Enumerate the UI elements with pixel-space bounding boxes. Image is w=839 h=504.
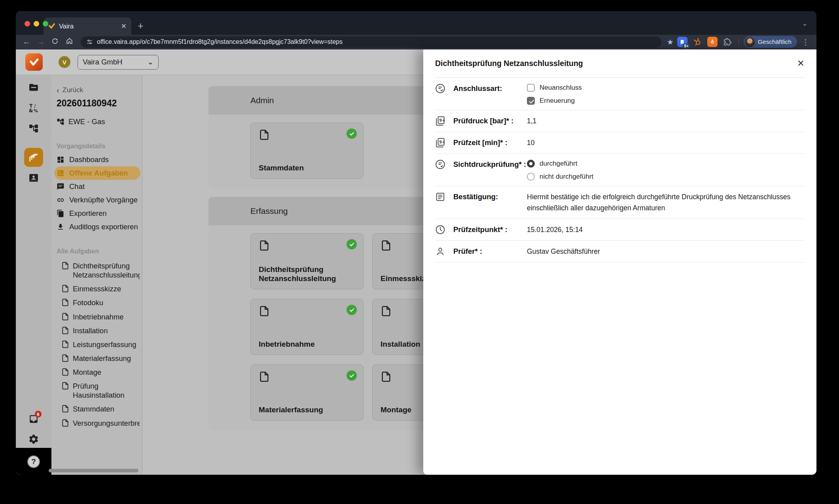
dashboard-icon: [57, 156, 64, 164]
org-avatar[interactable]: V: [59, 56, 70, 68]
document-icon: [259, 129, 270, 140]
document-icon: [381, 371, 392, 382]
chevron-left-icon: ‹: [57, 85, 59, 95]
sidebar-task-item[interactable]: Dichtheitsprüfung Netzanschlussleitung: [57, 259, 140, 282]
step-card[interactable]: Materialerfassung: [250, 364, 364, 421]
workflow-icon[interactable]: [28, 123, 39, 134]
bookmark-star-icon[interactable]: ★: [667, 38, 674, 47]
zoom-window-button[interactable]: [43, 21, 48, 26]
browser-window: Vaira ✕ + ⌄ ← → office.vaira.app/o/c7be7…: [16, 11, 816, 475]
reload-button[interactable]: [49, 38, 61, 47]
document-icon: [61, 340, 69, 348]
address-bar[interactable]: office.vaira.app/o/c7be7mnm5f1rdro8tg2g/…: [81, 36, 661, 48]
task-label: Einmessskizze: [73, 284, 121, 293]
checkbox[interactable]: [527, 84, 535, 92]
done-check-icon: [347, 128, 357, 139]
field-pruefer: Prüfer* : Gustav Geschäftsführer: [435, 241, 805, 262]
extension-icon-blue[interactable]: 9+: [677, 37, 687, 47]
extension-icon-orange[interactable]: [707, 37, 718, 47]
hubspot-sprocket-icon[interactable]: [692, 37, 703, 47]
close-icon[interactable]: ✕: [797, 58, 805, 69]
sidebar-task-item[interactable]: Fotodoku: [57, 296, 140, 310]
browser-toolbar: ← → office.vaira.app/o/c7be7mnm5f1rdro8t…: [16, 35, 816, 49]
checkbox-option[interactable]: Neuanschluss: [527, 84, 805, 92]
home-button[interactable]: [63, 37, 75, 47]
workflow-link[interactable]: EWE - Gas: [57, 117, 140, 126]
checkbox-option[interactable]: Erneuerung: [527, 97, 805, 105]
field-value[interactable]: 1,1: [527, 115, 805, 126]
choice-list-icon: [435, 159, 445, 170]
radio-button[interactable]: [527, 160, 535, 168]
horizontal-scrollbar[interactable]: [49, 469, 138, 472]
back-link[interactable]: ‹ Zurück: [57, 85, 140, 95]
radio-button[interactable]: [527, 173, 535, 181]
browser-menu-icon[interactable]: ⋮: [802, 38, 809, 47]
contacts-icon[interactable]: [28, 172, 39, 183]
field-value[interactable]: 15.01.2026, 15:14: [527, 224, 805, 235]
document-icon: [61, 368, 69, 376]
field-label: Prüfzeit [min]* :: [453, 137, 527, 148]
sidebar-task-item[interactable]: Versorgungsunterbrechung: [57, 416, 140, 430]
sidebar-item-label: Auditlogs exportieren: [69, 223, 138, 231]
close-window-button[interactable]: [25, 21, 30, 26]
vaira-logo[interactable]: [25, 53, 43, 71]
field-value[interactable]: 10: [527, 137, 805, 148]
sidebar-item-label: Chat: [69, 182, 85, 191]
tab-close-icon[interactable]: ✕: [121, 22, 127, 30]
radio-option[interactable]: durchgeführt: [527, 160, 805, 168]
step-card-label: Materialerfassung: [259, 405, 358, 415]
sidebar-item-chat[interactable]: Chat: [57, 180, 140, 193]
sidebar-task-item[interactable]: Prüfung Hausinstallation: [57, 379, 140, 402]
sidebar-item-dashboards[interactable]: Dashboards: [57, 153, 140, 166]
step-card[interactable]: Stammdaten: [250, 123, 364, 179]
sidebar-task-item[interactable]: Einmessskizze: [57, 282, 140, 296]
checkbox[interactable]: [527, 97, 535, 105]
minimize-window-button[interactable]: [34, 21, 39, 26]
folder-icon[interactable]: [28, 82, 39, 92]
new-tab-button[interactable]: +: [138, 20, 144, 32]
help-button[interactable]: ?: [27, 455, 40, 468]
step-card-label: Stammdaten: [259, 163, 358, 173]
site-settings-icon[interactable]: [86, 39, 93, 45]
radio-option[interactable]: nicht durchgeführt: [527, 173, 805, 181]
url-text[interactable]: office.vaira.app/o/c7be7mnm5f1rdro8tg2g/…: [97, 38, 343, 45]
article-icon: [435, 192, 445, 202]
sidebar-item-label: Dashboards: [69, 155, 109, 164]
sidebar-task-item[interactable]: Materialerfassung: [57, 351, 140, 365]
sidebar-task-item[interactable]: Montage: [57, 365, 140, 379]
person-icon: [435, 246, 445, 257]
field-value[interactable]: Gustav Geschäftsführer: [527, 246, 805, 257]
profile-name: Geschäftlich: [758, 38, 792, 45]
field-sichtdruckpruefung: Sichtdruckprüfung* : durchgeführt nicht …: [435, 154, 805, 186]
document-icon: [61, 262, 69, 270]
sidebar-task-item[interactable]: Inbetriebnahme: [57, 310, 140, 324]
field-label: Prüfzeitpunkt* :: [453, 224, 527, 235]
browser-profile-chip[interactable]: Geschäftlich: [744, 36, 797, 48]
search-tabs-icon[interactable]: ⌄: [802, 19, 808, 28]
sidebar-task-item[interactable]: Leistungserfassung: [57, 338, 140, 351]
settings-gear-icon[interactable]: [28, 434, 39, 445]
sidebar-item-offene-aufgaben[interactable]: Offene Aufgaben: [54, 166, 140, 180]
back-button[interactable]: ←: [21, 38, 32, 46]
rail-item-instances-active[interactable]: [24, 148, 43, 167]
sidebar-item-exportieren[interactable]: Exportieren: [57, 207, 140, 220]
task-label: Stammdaten: [73, 404, 114, 413]
step-card[interactable]: Dichtheitsprüfung Netzanschlussleitung: [250, 233, 364, 289]
sidebar-item-verknuepfte-vorgaenge[interactable]: Verknüpfte Vorgänge: [57, 193, 140, 207]
sidebar-task-item[interactable]: Installation: [57, 324, 140, 338]
field-label: Prüfer* :: [453, 246, 527, 257]
extensions-puzzle-icon[interactable]: [722, 37, 733, 47]
forward-button[interactable]: →: [35, 38, 47, 46]
data-fields-icon[interactable]: T♪&%: [28, 103, 39, 113]
sidebar-item-auditlogs[interactable]: Auditlogs exportieren: [57, 220, 140, 234]
step-card[interactable]: Inbetriebnahme: [250, 299, 364, 355]
checkbox-label: Erneuerung: [540, 97, 575, 105]
org-select-dropdown[interactable]: Vaira GmbH ⌄: [78, 55, 159, 70]
checkbox-label: Neuanschluss: [540, 84, 582, 92]
browser-tab-vaira[interactable]: Vaira ✕: [44, 17, 131, 35]
sidebar-task-item[interactable]: Stammdaten: [57, 402, 140, 416]
sidebar-menu: Dashboards Offene Aufgaben Chat Verknüpf…: [57, 153, 140, 234]
sidebar: ‹ Zurück 202601180942 EWE - Gas Vorgangs…: [51, 75, 142, 475]
window-controls[interactable]: [25, 21, 48, 26]
export-copy-icon: [57, 210, 64, 217]
